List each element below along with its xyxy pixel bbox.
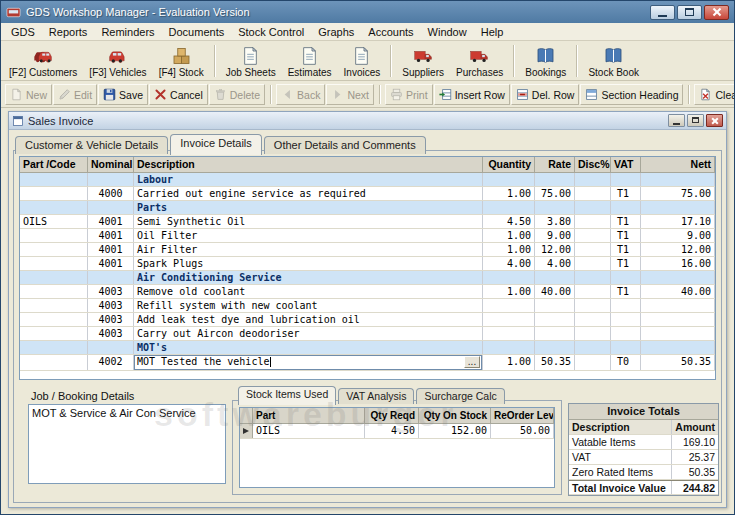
- cell-part: [20, 257, 88, 270]
- edit-button[interactable]: Edit: [53, 84, 97, 105]
- cell-part: [20, 355, 88, 370]
- back-button[interactable]: Back: [276, 84, 325, 105]
- invoice-row[interactable]: 4003Refill system with new coolant: [20, 299, 715, 313]
- minimize-button[interactable]: [650, 5, 675, 20]
- close-button[interactable]: [704, 5, 729, 20]
- new-button[interactable]: New: [5, 84, 52, 105]
- menu-stock-control[interactable]: Stock Control: [231, 24, 311, 40]
- invoice-row[interactable]: OILS4001Semi Synthetic Oil4.503.80T117.1…: [20, 215, 715, 229]
- insert-row-button[interactable]: Insert Row: [434, 84, 510, 105]
- cell-nett: 16.00: [641, 257, 715, 270]
- toolbar-separator: [270, 85, 272, 104]
- invoice-tabs: Customer & Vehicle DetailsInvoice Detail…: [15, 133, 428, 155]
- trash-icon: [214, 88, 227, 101]
- suppliers-button[interactable]: Suppliers: [396, 43, 450, 80]
- column-header-description: Description: [569, 420, 672, 434]
- menu-reports[interactable]: Reports: [42, 24, 95, 40]
- cell-nett: [641, 299, 715, 312]
- menu-reminders[interactable]: Reminders: [94, 24, 161, 40]
- purchases-button[interactable]: Purchases: [450, 43, 509, 80]
- cell-nominal: [88, 341, 134, 354]
- cell-vat: T1: [611, 285, 641, 298]
- menu-documents[interactable]: Documents: [162, 24, 232, 40]
- child-minimize-button[interactable]: [668, 114, 685, 127]
- cell-disc: [575, 341, 611, 354]
- invoice-row[interactable]: 4001Air Filter1.0012.00T112.00: [20, 243, 715, 257]
- cell-rate: [535, 341, 575, 354]
- cell-rate: 40.00: [535, 285, 575, 298]
- next-label: Next: [347, 89, 369, 101]
- menu-accounts[interactable]: Accounts: [361, 24, 420, 40]
- del-row-button[interactable]: Del. Row: [511, 84, 580, 105]
- menu-window[interactable]: Window: [421, 24, 474, 40]
- child-maximize-button[interactable]: [687, 114, 704, 127]
- save-button[interactable]: Save: [98, 84, 148, 105]
- cell-nominal: 4000: [88, 187, 134, 200]
- column-header-part-code: Part /Code: [20, 157, 88, 173]
- arrow-right-icon: [331, 88, 344, 101]
- cancel-label: Cancel: [170, 89, 203, 101]
- print-button[interactable]: Print: [385, 84, 433, 105]
- cancel-button[interactable]: Cancel: [149, 84, 208, 105]
- section-heading-button[interactable]: Section Heading: [580, 84, 683, 105]
- f3-vehicles-button[interactable]: [F3] Vehicles: [83, 43, 152, 80]
- estimates-button[interactable]: Estimates: [282, 43, 338, 80]
- menu-gds[interactable]: GDS: [4, 24, 42, 40]
- tab-invoice-details[interactable]: Invoice Details: [170, 134, 262, 155]
- cell-rate: 9.00: [535, 229, 575, 242]
- tab-stock-items-used[interactable]: Stock Items Used: [238, 386, 336, 405]
- delete-button[interactable]: Delete: [209, 84, 265, 105]
- invoice-row[interactable]: 4003Remove old coolant1.0040.00T140.00: [20, 285, 715, 299]
- column-header-qty-reqd: Qty Reqd: [365, 408, 419, 424]
- tab-other-details-and-comments[interactable]: Other Details and Comments: [264, 136, 426, 154]
- description-ellipsis-button[interactable]: ...: [464, 356, 480, 368]
- cell-disc: [575, 173, 611, 186]
- menu-help[interactable]: Help: [474, 24, 511, 40]
- bookings-button[interactable]: Bookings: [519, 43, 572, 80]
- cell-rate: 3.80: [535, 215, 575, 228]
- column-header-qty-on-stock: Qty On Stock: [419, 408, 491, 424]
- section-heading-row[interactable]: Parts: [20, 201, 715, 215]
- f4-stock-button[interactable]: [F4] Stock: [153, 43, 210, 80]
- stock-row[interactable]: OILS4.50152.0050.00: [240, 424, 554, 439]
- section-heading-row[interactable]: Air Conditioning Service: [20, 271, 715, 285]
- f2-customers-button[interactable]: [F2] Customers: [3, 43, 83, 80]
- minimize-icon: [673, 123, 680, 125]
- cell-part: [20, 271, 88, 284]
- child-close-button[interactable]: [706, 114, 723, 127]
- job-sheets-button[interactable]: Job Sheets: [220, 43, 282, 80]
- stock-book-button[interactable]: Stock Book: [582, 43, 645, 80]
- invoice-row[interactable]: 4003Carry out Aircon deodoriser: [20, 327, 715, 341]
- cell-rate: 12.00: [535, 243, 575, 256]
- section-heading-label: Section Heading: [601, 89, 678, 101]
- clear-invoice-button[interactable]: Clear Invoice: [694, 84, 735, 105]
- cell-quantity: 4.50: [483, 215, 535, 228]
- maximize-icon: [685, 8, 694, 16]
- invoice-row[interactable]: 4003Add leak test dye and lubrication oi…: [20, 313, 715, 327]
- cell-nett: 9.00: [641, 229, 715, 242]
- invoice-row[interactable]: 4000Carried out engine service as requir…: [20, 187, 715, 201]
- next-button[interactable]: Next: [326, 84, 374, 105]
- invoice-row[interactable]: 4001Spark Plugs4.004.00T116.00: [20, 257, 715, 271]
- totals-row-vatable-items: Vatable Items169.10: [569, 435, 718, 450]
- section-heading-row[interactable]: MOT's: [20, 341, 715, 355]
- cell-description: Air Conditioning Service: [134, 271, 483, 284]
- job-booking-textarea[interactable]: MOT & Service & Air Con Service: [28, 404, 226, 484]
- stock-grid-header: PartQty ReqdQty On StockReOrder Level: [240, 408, 554, 424]
- section-heading-row[interactable]: Labour: [20, 173, 715, 187]
- totals-description: Vatable Items: [569, 435, 672, 449]
- book-icon: [603, 46, 624, 66]
- invoices-button[interactable]: Invoices: [338, 43, 387, 80]
- tab-customer-vehicle-details[interactable]: Customer & Vehicle Details: [15, 136, 168, 154]
- invoice-grid-header: Part /CodeNominalDescriptionQuantityRate…: [20, 157, 715, 173]
- invoice-row[interactable]: 4001Oil Filter1.009.00T19.00: [20, 229, 715, 243]
- menu-graphs[interactable]: Graphs: [311, 24, 361, 40]
- cell-disc: [575, 271, 611, 284]
- tab-vat-analysis[interactable]: VAT Analysis: [338, 388, 414, 404]
- cell-description: Refill system with new coolant: [134, 299, 483, 312]
- cell-rate: [535, 313, 575, 326]
- maximize-button[interactable]: [677, 5, 702, 20]
- sales-invoice-controls: [668, 114, 723, 127]
- tab-surcharge-calc[interactable]: Surcharge Calc: [416, 388, 504, 404]
- invoice-row[interactable]: 4002MOT Tested the vehicle...1.0050.35T0…: [20, 355, 715, 371]
